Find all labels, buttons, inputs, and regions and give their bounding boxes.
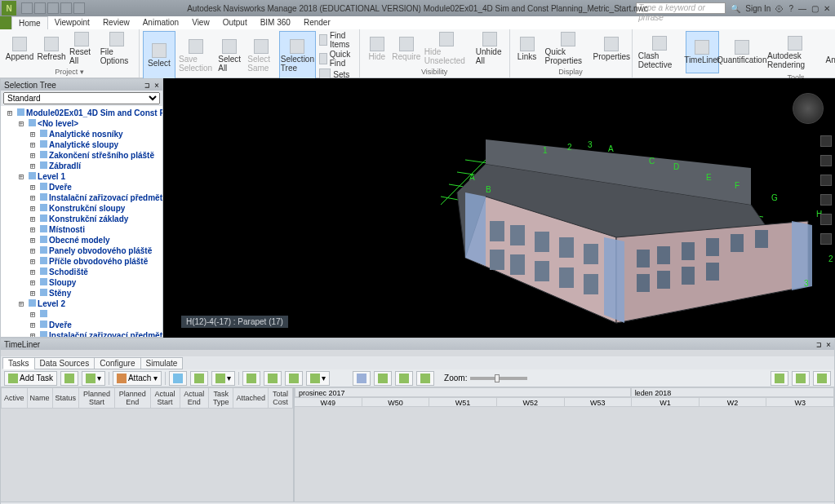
settings-button[interactable] (813, 371, 831, 386)
tab-data-sources[interactable]: Data Sources (34, 357, 95, 369)
reset-all-button[interactable]: Reset All (67, 31, 96, 66)
search-icon[interactable]: 🔍 (731, 4, 740, 13)
clash-detective-button[interactable]: Clash Detective (636, 31, 684, 73)
tab-simulate[interactable]: Simulate (140, 357, 184, 369)
zoom-icon[interactable] (820, 175, 832, 186)
selection-tree[interactable]: Module02Ex01_4D Sim and Const Planning_M… (1, 106, 162, 337)
qat-redo-icon[interactable] (60, 2, 72, 14)
file-menu-tab[interactable] (0, 16, 11, 29)
task-grid[interactable]: ActiveNameStatusPlanned StartPlanned End… (1, 387, 295, 502)
move-up-button[interactable] (190, 371, 208, 386)
tree-root[interactable]: Module02Ex01_4D Sim and Const Planning_M… (1, 108, 162, 118)
minimize-button[interactable]: — (798, 4, 806, 13)
full-nav-icon[interactable] (820, 233, 832, 245)
tree-item[interactable]: Dveře (1, 320, 162, 330)
filter-button[interactable] (285, 371, 303, 386)
selection-tree-header[interactable]: Selection Tree ⊐ × (1, 79, 162, 91)
sign-in-button[interactable]: Sign In (745, 4, 771, 13)
timeliner-header[interactable]: TimeLiner ⊐ × (1, 338, 834, 350)
tree-item[interactable]: Analytické sloupy (1, 139, 162, 150)
find-items-button[interactable]: Find Items (319, 31, 354, 49)
tab-home[interactable]: Home (11, 16, 48, 29)
tree-item[interactable]: Dveře (1, 182, 162, 192)
exchange-icon[interactable]: ⮾ (775, 4, 784, 13)
tree-item[interactable]: Konstrukční sloupy (1, 203, 162, 214)
tree-item[interactable] (1, 309, 162, 320)
tab-render[interactable]: Render (297, 16, 337, 29)
properties-button[interactable]: Properties (595, 31, 628, 66)
move-down-button[interactable]: ▾ (211, 371, 235, 386)
tree-item[interactable]: Konstrukční základy (1, 214, 162, 224)
qat-save-icon[interactable] (34, 2, 46, 14)
tree-item[interactable]: Schodiště (1, 267, 162, 277)
animator-button[interactable]: Animator (827, 31, 835, 73)
tree-level2[interactable]: Level 2 (1, 298, 162, 309)
close-icon[interactable]: ⊐ × (144, 81, 159, 90)
indent-button[interactable] (242, 371, 260, 386)
append-button[interactable]: Append (3, 31, 36, 66)
qat-undo-icon[interactable] (47, 2, 59, 14)
help-search-input[interactable]: Type a keyword or phrase (636, 2, 726, 14)
tab-review[interactable]: Review (96, 16, 136, 29)
task-auto-button[interactable]: ▾ (82, 371, 105, 386)
pan-icon[interactable] (820, 155, 832, 166)
tab-configure[interactable]: Configure (94, 357, 140, 369)
rendering-button[interactable]: Autodesk Rendering (765, 31, 825, 73)
task-column-header[interactable]: Total Cost (269, 388, 293, 409)
task-column-header[interactable]: Status (52, 388, 79, 409)
tree-item[interactable]: Instalační zařizovací předměty (1, 192, 162, 203)
quantification-button[interactable]: Quantification (721, 31, 763, 73)
compact-view-button[interactable] (374, 371, 392, 386)
task-column-header[interactable]: Name (27, 388, 52, 409)
walk-icon[interactable] (820, 194, 832, 206)
navigation-bar[interactable] (820, 135, 833, 245)
task-column-header[interactable]: Task Type (209, 388, 233, 409)
export-button[interactable] (771, 371, 788, 386)
gantt-view-button[interactable] (353, 371, 371, 386)
view-cube[interactable] (793, 93, 824, 124)
tree-level1[interactable]: Level 1 (1, 171, 162, 182)
tab-tasks[interactable]: Tasks (2, 357, 35, 369)
quick-access-toolbar[interactable] (21, 2, 85, 14)
gantt-zoom-slider[interactable] (470, 377, 527, 380)
select-button[interactable]: Select (143, 31, 175, 80)
gantt-chart[interactable]: prosinec 2017 leden 2018 W49W50W51W52W53… (295, 387, 834, 502)
tab-viewpoint[interactable]: Viewpoint (48, 16, 96, 29)
task-column-header[interactable]: Actual Start (150, 388, 180, 409)
task-column-header[interactable]: Actual End (180, 388, 208, 409)
unhide-all-button[interactable]: Unhide All (473, 31, 506, 66)
list-view-button[interactable] (416, 371, 434, 386)
close-icon[interactable]: ⊐ × (816, 340, 831, 349)
split-view-button[interactable] (395, 371, 413, 386)
columns-button[interactable]: ▾ (306, 371, 330, 386)
find-button[interactable] (169, 371, 187, 386)
tree-item[interactable]: Místnosti (1, 224, 162, 235)
tree-item[interactable]: Panely obvodového pláště (1, 245, 162, 256)
task-column-header[interactable]: Attached (233, 388, 269, 409)
qat-print-icon[interactable] (73, 2, 85, 14)
tab-view[interactable]: View (185, 16, 216, 29)
qat-open-icon[interactable] (21, 2, 33, 14)
add-task-button[interactable]: Add Task (4, 371, 57, 386)
tree-item[interactable]: Stěny (1, 288, 162, 298)
help-icon[interactable]: ? (788, 4, 793, 13)
task-column-header[interactable]: Planned End (115, 388, 150, 409)
task-insert-button[interactable] (60, 371, 78, 386)
quick-properties-button[interactable]: Quick Properties (543, 31, 593, 66)
orbit-icon[interactable] (820, 135, 832, 147)
links-button[interactable]: Links (513, 31, 541, 66)
tree-item[interactable]: Příčle obvodového pláště (1, 256, 162, 267)
maximize-button[interactable]: ▢ (811, 4, 819, 13)
file-options-button[interactable]: File Options (98, 31, 135, 66)
tree-item[interactable]: Analytické nosníky (1, 129, 162, 139)
task-column-header[interactable]: Planned Start (79, 388, 115, 409)
tab-output[interactable]: Output (216, 16, 254, 29)
tree-item[interactable]: Obecné modely (1, 235, 162, 245)
tree-item[interactable]: Sloupy (1, 277, 162, 288)
task-column-header[interactable]: Active (2, 388, 28, 409)
tree-item[interactable]: Zakončení střešního pláště (1, 150, 162, 161)
tree-item[interactable]: Zábradlí (1, 161, 162, 171)
tree-item[interactable]: Instalační zařizovací předměty (1, 330, 162, 337)
selection-tree-mode-select[interactable]: Standard (3, 92, 160, 104)
attach-button[interactable]: Attach ▾ (113, 371, 162, 386)
